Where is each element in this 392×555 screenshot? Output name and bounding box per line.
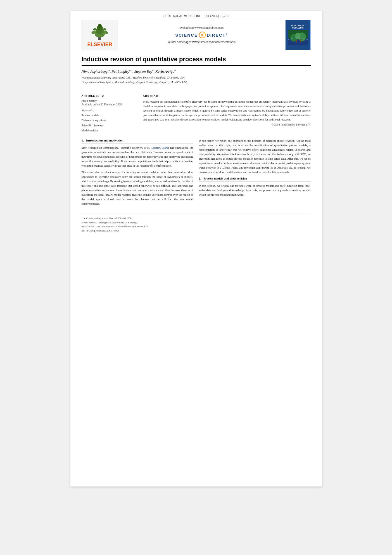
article-info-title: ARTICLE INFO — [82, 95, 137, 97]
article-info-column: ARTICLE INFO Article history: Available … — [82, 92, 137, 133]
abstract-title: ABSTRACT — [143, 95, 311, 97]
page: ECOLOGICAL MODELLING 194 (2006) 70–79 EL… — [70, 11, 322, 486]
section1-paragraph2: There are other excellent reasons for fo… — [82, 170, 193, 206]
section1-title-text: Introduction and motivation — [86, 139, 123, 142]
section1-title: 1. Introduction and motivation — [82, 139, 193, 143]
paper-title: Inductive revision of quantitative proce… — [82, 56, 311, 66]
section1-paragraph1: Most research on computational scientifi… — [82, 146, 193, 168]
keyword-2: Differential equations — [82, 118, 137, 123]
section2-title: 2. Process models and their revision — [199, 177, 311, 181]
section2-number: 2. — [199, 177, 201, 180]
author-kevin: Kevin Arrigo — [155, 69, 174, 74]
journal-name: ECOLOGICAL MODELLING — [163, 15, 201, 18]
science-text: SCIENCE — [175, 33, 198, 37]
keyword-1: Process models — [82, 113, 137, 118]
footnote-star-icon: * — [82, 217, 83, 220]
info-abstract-section: ARTICLE INFO Article history: Available … — [82, 92, 311, 133]
footnote-corresponding: * ∗ Corresponding author. Fax: +1 650 49… — [82, 216, 311, 220]
keyword-4: Model revision — [82, 128, 137, 133]
direct-text: DIRECT® — [207, 33, 228, 37]
eco-logo-image — [288, 30, 308, 45]
sciencedirect-logo: SCIENCE d DIRECT® — [175, 32, 228, 38]
left-column: 1. Introduction and motivation Most rese… — [82, 139, 193, 208]
author-pat: Pat Langley — [111, 69, 129, 74]
main-content: Inductive revision of quantitative proce… — [70, 56, 322, 244]
affiliations: ᵄ Computational Learning Laboratory, CSL… — [82, 75, 311, 84]
langley-link[interactable]: Langley, 2000 — [151, 146, 168, 149]
svg-point-4 — [98, 24, 102, 27]
elsevier-tree-icon — [89, 22, 111, 41]
affiliation-a: ᵄ Computational Learning Laboratory, CSL… — [82, 76, 185, 79]
affiliation-b: ᵇ Department of Geophysics, Mitchell Bui… — [82, 81, 187, 84]
available-online-value: Available online 20 December 2005 — [82, 103, 137, 106]
section2-paragraph: In this section, we review our previous … — [199, 184, 311, 197]
svg-point-13 — [295, 33, 301, 39]
author-nima: Nima Asgharbeygi — [82, 69, 109, 74]
body-content: 1. Introduction and motivation Most rese… — [82, 139, 311, 208]
footnote-doi: doi:10.1016/j.ecolmodel.2005.10.008 — [82, 229, 311, 233]
section1-number: 1. — [82, 139, 84, 142]
divider-line — [82, 89, 311, 89]
abstract-text: Most research on computational scientifi… — [143, 100, 311, 122]
keywords-label: Keywords: — [82, 109, 137, 112]
sciencedirect-section: available at www.sciencedirect.com SCIEN… — [118, 20, 285, 50]
svg-rect-15 — [300, 39, 301, 42]
svg-rect-14 — [296, 40, 297, 42]
eco-modelling-logo: ECOLOGICALMODELLING — [285, 20, 310, 50]
available-at-text: available at www.sciencedirect.com — [180, 26, 224, 29]
journal-banner: ECOLOGICAL MODELLING 194 (2006) 70–79 — [70, 11, 322, 20]
eco-logo-title-text: ECOLOGICALMODELLING — [291, 25, 305, 29]
journal-homepage-text: journal homepage: www.elsevier.com/locat… — [168, 41, 236, 44]
right-column: In this paper, we report one approach to… — [199, 139, 311, 208]
history-label: Article history: — [82, 100, 137, 102]
section2-title-text: Process models and their revision — [203, 177, 247, 180]
footnote-corresponding-text: ∗ Corresponding author. Fax: +1 650 494 … — [83, 217, 132, 220]
footnotes-section: * ∗ Corresponding author. Fax: +1 650 49… — [82, 214, 311, 233]
abstract-credit: © 2004 Published by Elsevier B.V. — [143, 123, 311, 126]
footnote-issn: 0304-3800/$ – see front matter © 2004 Pu… — [82, 225, 311, 228]
keyword-3: Scientific discovery — [82, 123, 137, 128]
section1-right-paragraph: In this paper, we report one approach to… — [199, 139, 311, 174]
journal-volume: 194 (2006) 70–79 — [204, 15, 229, 18]
elsevier-wordmark: ELSEVIER — [87, 42, 112, 48]
science-d-logo: d — [199, 32, 206, 38]
author-stephen: Stephen Bay — [134, 69, 152, 74]
footnote-email: E-mail address: langley@csli.stanford.ed… — [82, 221, 311, 225]
authors-line: Nima Asgharbeygia, Pat Langleya,*, Steph… — [82, 69, 311, 74]
elsevier-logo-section: ELSEVIER — [82, 20, 118, 50]
abstract-column: ABSTRACT Most research on computational … — [143, 92, 311, 133]
journal-header: ELSEVIER available at www.sciencedirect.… — [82, 20, 311, 50]
